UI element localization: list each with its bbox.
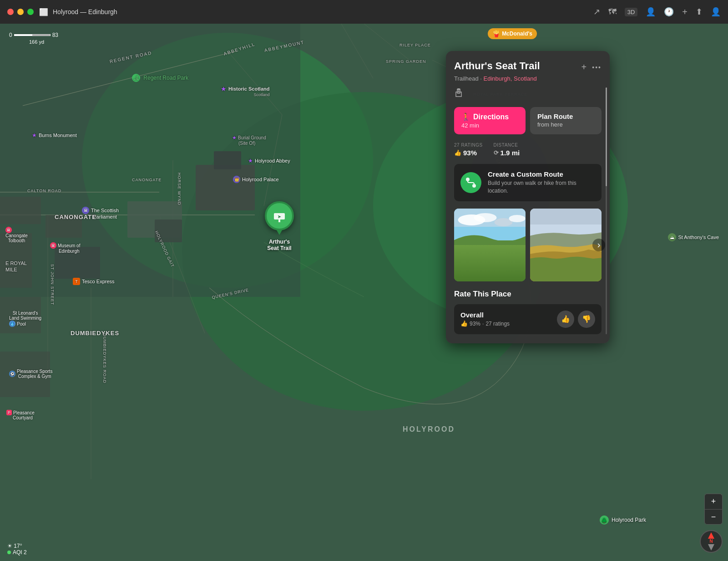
- aqi-badge: AQI 2: [7, 549, 27, 556]
- rate-left: Overall 👍 93% · 27 ratings: [460, 311, 510, 327]
- map-icon[interactable]: 🗺: [608, 7, 617, 17]
- account-icon[interactable]: 👤: [711, 7, 721, 17]
- svg-point-27: [509, 215, 526, 222]
- rate-card: Overall 👍 93% · 27 ratings 👍 👎: [454, 304, 602, 334]
- panel-more-button[interactable]: •••: [592, 64, 602, 71]
- scroll-thumb: [606, 87, 607, 186]
- svg-rect-10: [0, 197, 41, 224]
- svg-point-20: [466, 178, 470, 181]
- window-title: Holyrood — Edinburgh: [53, 8, 593, 15]
- compass-n: N: [709, 539, 713, 544]
- rate-section-title: Rate This Place: [454, 290, 602, 299]
- rate-thumb-icon: 👍: [460, 320, 468, 327]
- photo-chevron[interactable]: ›: [592, 239, 605, 251]
- close-button[interactable]: [7, 9, 14, 15]
- mcdonalds-label: McDonald's: [502, 31, 532, 37]
- thumbs-up-icon: 👍: [454, 149, 461, 156]
- svg-rect-8: [196, 165, 255, 210]
- scale-mid: 83: [52, 32, 58, 38]
- photo-2[interactable]: [530, 209, 602, 281]
- directions-button[interactable]: 🚶 Directions 42 min: [454, 107, 526, 134]
- share-icon[interactable]: ⬆: [696, 7, 703, 17]
- scale-start: 0: [9, 32, 12, 38]
- guides-icon[interactable]: 👤: [646, 7, 656, 17]
- distance-label: DISTANCE: [494, 143, 520, 148]
- svg-rect-5: [0, 24, 300, 297]
- map-container[interactable]: 0 83 166 yd 🍟 McDonald's 🏞 Regent Road P…: [0, 24, 728, 561]
- custom-route-card[interactable]: Create a Custom Route Build your own wal…: [454, 164, 602, 201]
- photos-container: ›: [454, 209, 602, 281]
- aqi-label: AQI 2: [13, 549, 27, 556]
- svg-rect-29: [530, 209, 602, 224]
- svg-point-21: [472, 184, 476, 188]
- share-button[interactable]: [454, 88, 463, 100]
- share-icon: [454, 88, 463, 97]
- scale-bar: 0 83 166 yd: [9, 32, 58, 45]
- st-anthonys-label: ⛰ St Anthony's Cave: [668, 233, 719, 241]
- photo-1[interactable]: [454, 209, 526, 281]
- svg-rect-11: [46, 215, 82, 238]
- directions-time: 42 min: [461, 122, 479, 129]
- compass[interactable]: N: [700, 530, 723, 553]
- svg-rect-7: [155, 219, 182, 242]
- ratings-value: 👍 93%: [454, 149, 483, 157]
- holyrood-park-label: 🌲 Holyrood Park: [600, 515, 646, 525]
- mcdonalds-badge[interactable]: 🍟 McDonald's: [488, 28, 537, 39]
- mcdonalds-icon: 🍟: [492, 30, 500, 37]
- svg-rect-14: [0, 297, 41, 333]
- panel-title: Arthur's Seat Trail: [454, 60, 581, 72]
- toolbar-actions: ↗ 🗺 3D 👤 🕐 + ⬆ 👤: [593, 7, 721, 17]
- scale-ruler: [14, 34, 51, 36]
- scroll-indicator: [606, 87, 607, 334]
- svg-rect-15: [0, 352, 50, 397]
- custom-route-text: Create a Custom Route Build your own wal…: [488, 170, 595, 195]
- aqi-dot: [7, 551, 11, 554]
- window-icon: ⬜: [39, 8, 48, 16]
- panel-subtitle: Trailhead · Edinburgh, Scotland: [454, 75, 602, 82]
- custom-route-icon: [460, 172, 481, 193]
- svg-point-25: [474, 213, 497, 222]
- distance-icon: ⟳: [494, 149, 499, 156]
- titlebar: ⬜ Holyrood — Edinburgh ↗ 🗺 3D 👤 🕐 + ⬆ 👤: [0, 0, 728, 24]
- ratings-label: 27 RATINGS: [454, 143, 483, 148]
- panel-add-button[interactable]: +: [581, 62, 587, 72]
- share-row: [454, 88, 602, 100]
- custom-route-title: Create a Custom Route: [488, 170, 595, 178]
- add-icon[interactable]: +: [682, 7, 688, 17]
- distance-stat: DISTANCE ⟳ 1.9 mi: [494, 143, 520, 157]
- clock-icon[interactable]: 🕐: [664, 7, 674, 17]
- thumbs-down-icon: 👎: [582, 315, 591, 323]
- 3d-button[interactable]: 3D: [625, 8, 638, 16]
- weather-temp: ☀ 17°: [7, 543, 27, 549]
- minimize-button[interactable]: [17, 9, 24, 15]
- location-link[interactable]: Edinburgh, Scotland: [484, 75, 537, 82]
- map-background: [0, 24, 728, 561]
- thumbs-down-button[interactable]: 👎: [578, 311, 595, 328]
- walking-icon: 🚶: [461, 112, 470, 121]
- panel-header: Arthur's Seat Trail + •••: [454, 60, 602, 72]
- svg-rect-9: [214, 151, 241, 169]
- holyrood-area-text: HOLYROOD: [403, 425, 455, 434]
- plan-route-label: Plan Route: [537, 112, 573, 120]
- traffic-lights: [7, 9, 34, 15]
- distance-value: ⟳ 1.9 mi: [494, 149, 520, 157]
- zoom-out-button[interactable]: −: [704, 509, 723, 525]
- location-arrow-icon[interactable]: ↗: [593, 7, 600, 17]
- scale-end: 166 yd: [29, 39, 58, 45]
- weather-info: ☀ 17° AQI 2: [7, 543, 27, 556]
- panel-header-actions: + •••: [581, 62, 602, 72]
- route-icon: [465, 176, 477, 189]
- detail-panel: Arthur's Seat Trail + ••• Trailhead · Ed…: [446, 51, 610, 343]
- thumbs-up-icon: 👍: [561, 315, 570, 323]
- svg-rect-13: [55, 247, 100, 279]
- action-buttons: 🚶 Directions 42 min Plan Route from here: [454, 107, 602, 134]
- stats-row: 27 RATINGS 👍 93% DISTANCE ⟳ 1.9 mi: [454, 143, 602, 157]
- overall-label: Overall: [460, 311, 510, 319]
- plan-route-sub: from here: [537, 121, 563, 128]
- maximize-button[interactable]: [27, 9, 34, 15]
- photos-row: [454, 209, 602, 281]
- plan-route-button[interactable]: Plan Route from here: [530, 107, 602, 134]
- zoom-in-button[interactable]: +: [704, 494, 723, 509]
- rate-actions: 👍 👎: [557, 311, 595, 328]
- thumbs-up-button[interactable]: 👍: [557, 311, 574, 328]
